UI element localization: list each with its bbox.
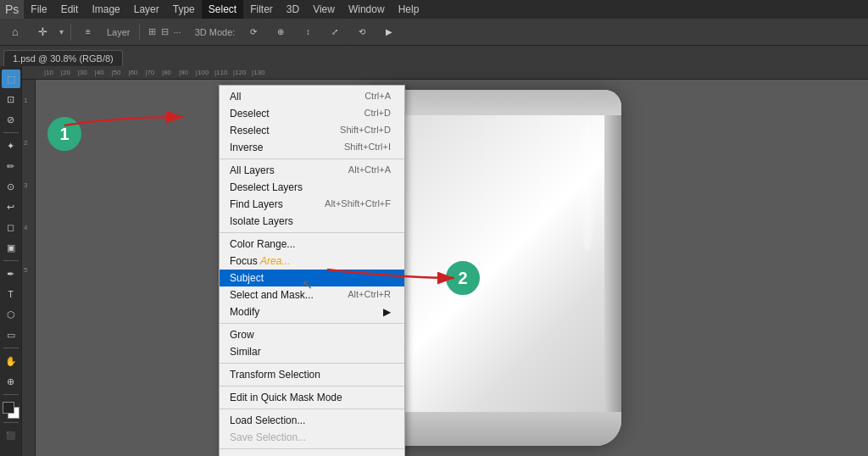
menu-type[interactable]: Type (166, 0, 202, 19)
product-bag (367, 90, 621, 446)
3d-pan-btn[interactable]: ⊕ (269, 21, 292, 43)
app-icon[interactable]: Ps (0, 0, 24, 19)
screen-mode-btn[interactable]: ⬛ (2, 426, 20, 445)
toolbar-separator (70, 24, 71, 41)
menu-color-range[interactable]: Color Range... (220, 236, 404, 253)
color-swatches[interactable] (3, 402, 19, 419)
layers-button[interactable]: ≡ (76, 21, 100, 43)
foreground-color-swatch[interactable] (3, 402, 14, 414)
menu-new-3d-extrusion[interactable]: New 3D Extrusion (220, 452, 404, 456)
menu-help[interactable]: Help (392, 0, 426, 19)
menu-select-and-mask-shortcut: Alt+Ctrl+R (348, 289, 391, 301)
menu-find-layers[interactable]: Find Layers Alt+Shift+Ctrl+F (220, 196, 404, 213)
menu-file[interactable]: File (24, 0, 53, 19)
move-tool-button[interactable]: ✛ (31, 21, 54, 43)
select-menu-dropdown[interactable]: All Ctrl+A Deselect Ctrl+D Reselect Shif… (219, 85, 405, 456)
toolbar-icons: ⊞ ⊟ ··· (145, 26, 185, 37)
menu-bar: Ps File Edit Image Layer Type Select Fil… (0, 0, 868, 19)
crop-tool[interactable]: ⊡ (2, 90, 20, 108)
menu-image[interactable]: Image (85, 0, 126, 19)
3d-mode-label: 3D Mode: (195, 27, 236, 37)
bag-seal-top (367, 90, 621, 115)
menu-view[interactable]: View (306, 0, 342, 19)
zoom-tool[interactable]: ⊕ (2, 372, 20, 391)
menu-edit-quick-mask[interactable]: Edit in Quick Mask Mode (220, 389, 404, 406)
menu-edit[interactable]: Edit (54, 0, 86, 19)
bag-highlight-2 (579, 124, 596, 251)
menu-separator-3 (220, 323, 404, 324)
menu-select-and-mask-label: Select and Mask... (230, 289, 314, 301)
clone-tool[interactable]: ⊙ (2, 177, 20, 196)
tab-bar: 1.psd @ 30.8% (RGB/8) (0, 46, 868, 66)
menu-deselect-shortcut: Ctrl+D (364, 108, 391, 120)
gradient-tool[interactable]: ▣ (2, 238, 20, 257)
left-toolbar: ⬚ ⊡ ⊘ ✦ ✏ ⊙ ↩ ◻ ▣ ✒ T ⬡ ▭ ✋ ⊕ ⬛ (0, 66, 22, 456)
selection-tool[interactable]: ⬚ (2, 70, 20, 88)
path-tool[interactable]: ⬡ (2, 305, 20, 324)
menu-filter[interactable]: Filter (243, 0, 280, 19)
menu-all-layers-shortcut: Alt+Ctrl+A (348, 164, 391, 176)
menu-all-layers[interactable]: All Layers Alt+Ctrl+A (220, 162, 404, 179)
3d-roll-btn[interactable]: ⟲ (350, 21, 374, 43)
tool-separator-5 (3, 422, 19, 423)
menu-deselect-layers[interactable]: Deselect Layers (220, 179, 404, 196)
align-icon[interactable]: ⊞ (148, 26, 156, 37)
menu-grow[interactable]: Grow (220, 326, 404, 343)
hand-tool[interactable]: ✋ (2, 352, 20, 370)
menu-deselect[interactable]: Deselect Ctrl+D (220, 105, 404, 122)
ruler-mark-1: 1 (22, 97, 27, 104)
3d-video-btn[interactable]: ▶ (377, 21, 401, 43)
menu-grow-label: Grow (230, 329, 254, 341)
3d-slide-btn[interactable]: ↕ (296, 21, 320, 43)
more-icon[interactable]: ··· (174, 27, 181, 37)
ruler-mark-3: 3 (22, 181, 27, 189)
brush-tool[interactable]: ✏ (2, 157, 20, 175)
pen-tool[interactable]: ✒ (2, 264, 20, 283)
menu-transform-selection-label: Transform Selection (230, 369, 320, 381)
menu-load-selection[interactable]: Load Selection... (220, 412, 404, 429)
eraser-tool[interactable]: ◻ (2, 218, 20, 236)
menu-reselect[interactable]: Reselect Shift+Ctrl+D (220, 122, 404, 139)
menu-subject[interactable]: Subject (220, 270, 404, 286)
shape-tool[interactable]: ▭ (2, 325, 20, 344)
tool-separator (3, 132, 19, 133)
menu-subject-label: Subject (230, 272, 264, 284)
distribute-icon[interactable]: ⊟ (161, 26, 169, 37)
ruler-vertical: 1 2 3 4 5 (22, 80, 36, 456)
eyedropper-tool[interactable]: ⊘ (2, 110, 20, 129)
3d-scale-btn[interactable]: ⤢ (323, 21, 347, 43)
type-tool[interactable]: T (2, 285, 20, 303)
area-text: Area... (260, 255, 290, 267)
menu-select[interactable]: Select (202, 0, 243, 19)
menu-all[interactable]: All Ctrl+A (220, 88, 404, 105)
menu-focus-area-label: Focus Area... (230, 255, 290, 267)
history-tool[interactable]: ↩ (2, 197, 20, 216)
menu-find-layers-label: Find Layers (230, 198, 283, 210)
menu-similar[interactable]: Similar (220, 343, 404, 360)
menu-select-and-mask[interactable]: Select and Mask... Alt+Ctrl+R (220, 286, 404, 303)
tool-separator-3 (3, 348, 19, 348)
menu-isolate-layers[interactable]: Isolate Layers (220, 213, 404, 230)
ruler-mark-4: 4 (22, 224, 27, 231)
menu-transform-selection[interactable]: Transform Selection (220, 366, 404, 383)
menu-inverse[interactable]: Inverse Shift+Ctrl+I (220, 139, 404, 156)
menu-separator-1 (220, 158, 404, 159)
menu-separator-4 (220, 363, 404, 364)
menu-all-layers-label: All Layers (230, 164, 275, 176)
document-tab[interactable]: 1.psd @ 30.8% (RGB/8) (3, 50, 123, 66)
menu-3d[interactable]: 3D (280, 0, 306, 19)
menu-reselect-label: Reselect (230, 125, 270, 136)
toolbar-separator-2 (139, 24, 140, 41)
menu-save-selection[interactable]: Save Selection... (220, 429, 404, 446)
menu-window[interactable]: Window (342, 0, 392, 19)
menu-focus-area[interactable]: Focus Area... (220, 253, 404, 270)
menu-layer[interactable]: Layer (127, 0, 166, 19)
3d-orbit-btn[interactable]: ⟳ (242, 21, 265, 43)
menu-separator-7 (220, 448, 404, 449)
menu-reselect-shortcut: Shift+Ctrl+D (340, 125, 391, 136)
home-button[interactable]: ⌂ (3, 21, 27, 43)
menu-modify[interactable]: Modify ▶ (220, 303, 404, 320)
menu-inverse-shortcut: Shift+Ctrl+I (344, 142, 391, 153)
menu-color-range-label: Color Range... (230, 238, 295, 250)
spot-heal-tool[interactable]: ✦ (2, 136, 20, 155)
